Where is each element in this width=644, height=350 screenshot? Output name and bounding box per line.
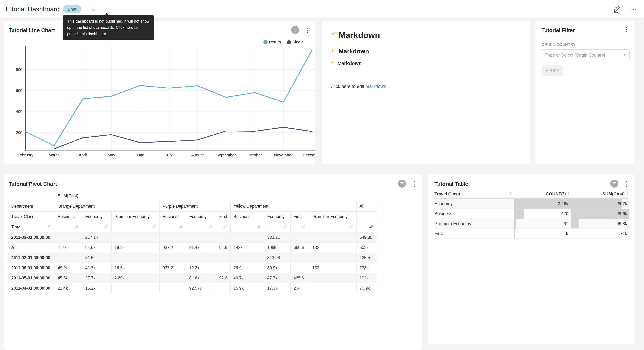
cell-value: 61 — [564, 219, 568, 228]
pivot-sort-header — [230, 222, 264, 232]
markdown-h1: Markdown — [330, 30, 521, 40]
pivot-sort-header — [112, 222, 160, 232]
chart-legend: ReturnSingle — [264, 40, 304, 44]
legend-item[interactable]: Return — [264, 40, 281, 44]
pivot-cell: 192k — [357, 273, 376, 283]
column-header-count[interactable]: COUNT(*) — [514, 191, 570, 197]
markdown-link[interactable]: markdown — [365, 84, 386, 89]
pivot-row: 2011-03-01 00:00:00217.14332.21549.35 — [8, 232, 376, 243]
draft-badge[interactable]: Draft — [63, 5, 81, 13]
pivot-cell: 92.6 — [216, 243, 230, 253]
sparkles-icon — [330, 48, 337, 55]
pivot-cell: 45.5k — [55, 273, 82, 283]
pivot-row: 2011-05-01 00:00:0045.5k37.7k2.69k8.16k9… — [8, 273, 376, 283]
sort-icon[interactable] — [47, 224, 52, 230]
sort-icon[interactable] — [208, 224, 213, 230]
column-header-travel-class[interactable]: Travel Class — [434, 191, 514, 197]
legend-item[interactable]: Single — [287, 40, 304, 44]
pivot-cell: 238k — [357, 263, 376, 273]
more-vertical-icon[interactable]: ⋮ — [411, 180, 418, 187]
sort-icon[interactable] — [222, 224, 228, 230]
pivot-row-label: 2011-06-01 00:00:00 — [8, 263, 55, 273]
cell-value: 602k — [618, 199, 627, 208]
x-axis-tick-label: December — [303, 153, 316, 157]
pivot-cell — [216, 232, 230, 243]
pivot-row: 2011-06-01 00:00:0049.9k41.7k16.5k937.21… — [8, 263, 376, 273]
sort-icon[interactable] — [626, 191, 629, 197]
pivot-cell: 204 — [290, 283, 310, 294]
pivot-cell — [216, 283, 230, 294]
cell-travel-class: Premium Economy — [434, 219, 514, 228]
pivot-cell: 70.9k — [357, 283, 376, 294]
more-horizontal-icon[interactable]: ⋯ — [630, 7, 638, 12]
pivot-row-label: 2011-05-01 00:00:00 — [8, 273, 55, 283]
more-vertical-icon[interactable]: ⋮ — [623, 26, 630, 32]
origin-country-label: ORIGIN COUNTRY — [542, 42, 576, 46]
pivot-subcol-header: Business — [55, 212, 82, 222]
pivot-axis-label: Travel Class — [8, 212, 55, 222]
value-bar — [514, 229, 515, 238]
pivot-group-header: Yellow Department — [230, 201, 357, 212]
cell-count: 61 — [514, 219, 570, 228]
pivot-cell: 21.4k — [186, 243, 216, 253]
column-header-sum-cost[interactable]: SUM(Cost) — [570, 191, 629, 197]
pivot-cell: 106k — [264, 243, 290, 253]
pivot-row-label: 2011-02-01 00:00:00 — [8, 253, 55, 263]
pivot-cell: 132 — [310, 243, 357, 253]
pivot-table-wrap: SUM(Cost)DepartmentOrange DepartmentPurp… — [8, 191, 376, 294]
table-row: Business420696k — [434, 209, 629, 219]
pivot-sort-header — [82, 222, 112, 232]
sort-icon[interactable] — [349, 224, 354, 230]
edit-icon[interactable] — [613, 4, 621, 14]
star-icon[interactable]: ☆ — [90, 6, 96, 13]
pivot-cell: 12.3k — [186, 263, 216, 273]
sort-icon[interactable] — [104, 224, 108, 230]
page-title: Tutorial Dashboard — [4, 6, 60, 13]
legend-dot-icon — [287, 40, 291, 44]
x-axis-tick-label: August — [191, 153, 204, 157]
sort-icon[interactable] — [152, 224, 156, 230]
x-axis-tick-label: September — [216, 153, 236, 157]
pivot-cell: 81.52 — [82, 253, 112, 263]
pivot-cell — [186, 253, 216, 263]
sort-icon[interactable] — [567, 191, 570, 197]
pivot-cell: 8.16k — [186, 273, 216, 283]
sort-desc-active-icon[interactable] — [368, 224, 373, 230]
sort-icon[interactable] — [256, 224, 261, 230]
tooltip-text: This dashboard is not published, it will… — [67, 19, 150, 36]
more-vertical-icon[interactable]: ⋮ — [623, 180, 630, 187]
pivot-cell: 132 — [310, 263, 357, 273]
pivot-cell — [310, 232, 357, 243]
sort-icon[interactable] — [283, 224, 288, 230]
pivot-time-label: Time — [11, 224, 20, 230]
sort-icon[interactable] — [302, 224, 306, 230]
pivot-group-header: Orange Department — [55, 201, 160, 212]
table-title: Tutorial Table — [434, 181, 468, 187]
pivot-cell: 17.3k — [264, 283, 290, 294]
pivot-cell: 332.21 — [264, 232, 290, 243]
pivot-cell: 937.2 — [160, 263, 186, 273]
pivot-cell — [55, 232, 82, 243]
apply-button[interactable]: APPLY — [542, 66, 563, 76]
y-axis-tick-label: 600 — [16, 88, 22, 93]
origin-country-select[interactable]: Type or Select [Origin Country] ▾ — [542, 49, 630, 61]
pivot-row-label: 2011-03-01 00:00:00 — [8, 232, 55, 243]
publish-tooltip: This dashboard is not published, it will… — [63, 15, 154, 40]
header-actions: ⋯ — [613, 4, 638, 14]
x-axis-tick-label: October — [248, 153, 262, 157]
pivot-cell: 15.9k — [230, 283, 264, 294]
value-bar — [570, 199, 622, 208]
pivot-table: SUM(Cost)DepartmentOrange DepartmentPurp… — [8, 191, 376, 294]
filter-indicator-icon[interactable] — [610, 180, 618, 188]
pivot-cell: 117k — [55, 243, 82, 253]
sort-icon[interactable] — [509, 191, 512, 197]
pivot-row: 2011-04-01 00:00:0021.4k15.2k927.7715.9k… — [8, 283, 376, 294]
sort-icon[interactable] — [74, 224, 79, 230]
pivot-metric-header: SUM(Cost) — [55, 191, 376, 201]
sparkles-icon — [330, 30, 339, 40]
dashboard-page: Tutorial Dashboard Draft ☆ ⋯ This dashbo… — [0, 0, 644, 350]
sort-icon[interactable] — [178, 224, 183, 230]
markdown-panel[interactable]: Markdown Markdown Markdown Click here to… — [322, 21, 530, 164]
filter-indicator-icon[interactable] — [398, 180, 406, 188]
cell-sum-cost: 1.71k — [570, 229, 629, 238]
